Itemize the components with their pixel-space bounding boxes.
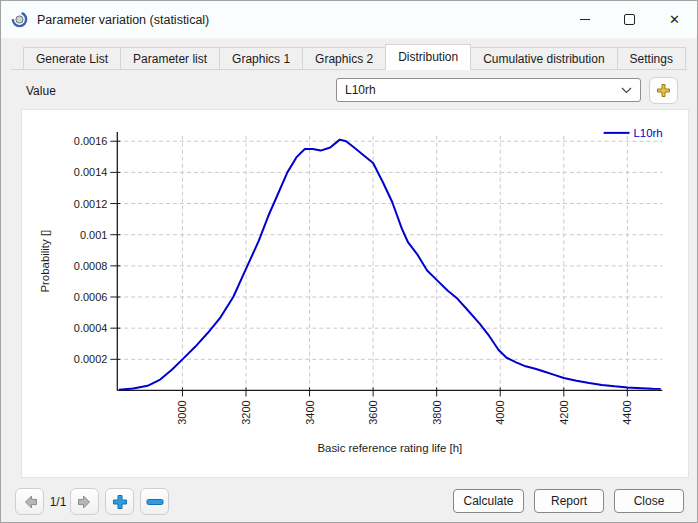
svg-text:0.0016: 0.0016 — [74, 135, 107, 147]
tab-label: Graphics 1 — [232, 52, 290, 66]
distribution-chart: 0.00020.00040.00060.00080.0010.00120.001… — [22, 110, 688, 477]
close-button[interactable]: ✕ — [652, 1, 697, 38]
page-indicator: 1/1 — [47, 495, 69, 509]
app-icon — [11, 11, 28, 28]
svg-text:0.0004: 0.0004 — [74, 322, 107, 334]
svg-text:0.0002: 0.0002 — [74, 353, 107, 365]
arrow-right-icon — [77, 495, 93, 509]
distribution-chart-panel: 0.00020.00040.00060.00080.0010.00120.001… — [21, 109, 689, 478]
title-bar: Parameter variation (statistical) ✕ — [1, 1, 697, 38]
previous-page-button[interactable] — [15, 488, 44, 515]
value-combobox-selected: L10rh — [345, 83, 376, 97]
svg-text:3200: 3200 — [240, 400, 252, 424]
chevron-down-icon — [621, 87, 632, 94]
tab-label: Generate List — [36, 52, 108, 66]
svg-text:0.001: 0.001 — [80, 229, 107, 241]
close-dialog-button[interactable]: Close — [614, 489, 684, 513]
svg-text:4200: 4200 — [558, 400, 570, 424]
value-label: Value — [26, 84, 56, 98]
maximize-button[interactable] — [607, 1, 652, 38]
tab-graphics-2[interactable]: Graphics 2 — [302, 47, 386, 69]
minimize-icon — [580, 19, 590, 20]
minimize-button[interactable] — [562, 1, 607, 38]
close-button-label: Close — [634, 494, 665, 508]
calculate-button[interactable]: Calculate — [453, 489, 524, 513]
tab-strip: Generate List Parameter list Graphics 1 … — [11, 44, 687, 70]
report-button-label: Report — [551, 494, 587, 508]
next-page-button[interactable] — [70, 488, 99, 515]
minus-icon — [146, 498, 164, 506]
maximize-icon — [624, 14, 635, 25]
tab-settings[interactable]: Settings — [617, 47, 686, 69]
svg-text:L10rh: L10rh — [633, 127, 662, 139]
svg-text:3000: 3000 — [176, 400, 188, 424]
plus-icon — [112, 494, 128, 510]
tab-graphics-1[interactable]: Graphics 1 — [219, 47, 303, 69]
close-icon: ✕ — [669, 13, 680, 26]
svg-text:3600: 3600 — [367, 400, 379, 424]
svg-text:4000: 4000 — [494, 400, 506, 424]
svg-text:0.0012: 0.0012 — [74, 198, 107, 210]
report-button[interactable]: Report — [534, 489, 604, 513]
svg-text:4400: 4400 — [621, 400, 633, 424]
svg-text:3400: 3400 — [304, 400, 316, 424]
tab-parameter-list[interactable]: Parameter list — [120, 47, 220, 69]
svg-text:3800: 3800 — [431, 400, 443, 424]
add-value-button[interactable] — [649, 77, 678, 104]
zoom-in-button[interactable] — [105, 488, 134, 515]
tab-label: Settings — [630, 52, 673, 66]
plus-icon — [656, 83, 671, 98]
window-title: Parameter variation (statistical) — [37, 13, 209, 27]
tab-label: Parameter list — [133, 52, 207, 66]
tab-distribution[interactable]: Distribution — [385, 44, 471, 70]
svg-text:0.0008: 0.0008 — [74, 260, 107, 272]
svg-text:0.0006: 0.0006 — [74, 291, 107, 303]
tab-label: Distribution — [398, 50, 458, 64]
zoom-out-button[interactable] — [140, 488, 169, 515]
dialog-window: Parameter variation (statistical) ✕ Gene… — [0, 0, 698, 523]
tab-label: Cumulative distribution — [483, 52, 604, 66]
tab-cumulative-distribution[interactable]: Cumulative distribution — [470, 47, 617, 69]
svg-text:Basic reference rating life [h: Basic reference rating life [h] — [317, 442, 462, 454]
arrow-left-icon — [22, 495, 38, 509]
window-controls: ✕ — [562, 1, 697, 38]
svg-text:Probability []: Probability [] — [39, 230, 51, 293]
svg-text:0.0014: 0.0014 — [74, 166, 107, 178]
value-combobox[interactable]: L10rh — [336, 78, 641, 102]
calculate-button-label: Calculate — [463, 494, 513, 508]
tab-label: Graphics 2 — [315, 52, 373, 66]
tab-generate-list[interactable]: Generate List — [23, 47, 121, 69]
